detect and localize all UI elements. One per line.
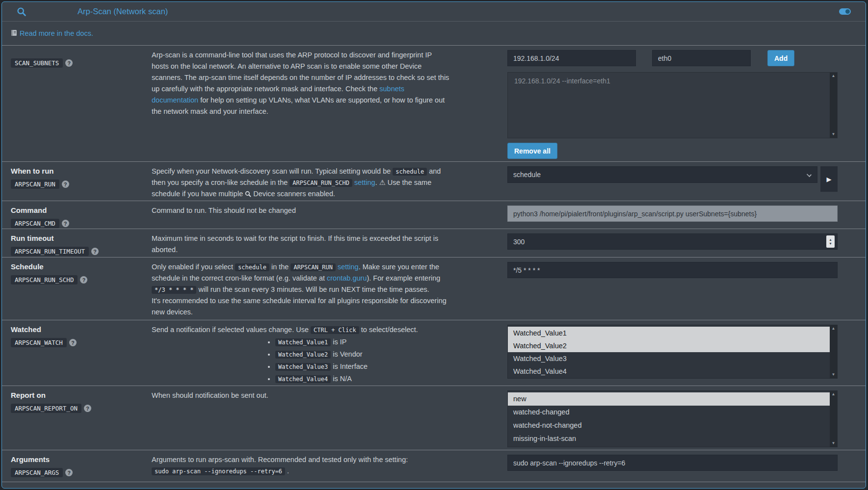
report-on-multiselect[interactable]: new watched-changed watched-not-changed … [507, 390, 838, 447]
when-to-run-select-value: schedule [513, 171, 541, 179]
command-input[interactable] [507, 206, 838, 222]
desc-text: When should notification be sent out. [152, 391, 268, 399]
watched-value4-code-chip: Watched_Value4 [275, 375, 331, 383]
run-timeout-controls: ▴ ▾ [507, 233, 866, 257]
list-item: Watched_Value3 is Interface [275, 361, 449, 372]
subnet-input[interactable] [507, 50, 636, 66]
watched-value2-code-chip: Watched_Value2 [275, 351, 331, 359]
number-spinner[interactable]: ▴ ▾ [826, 235, 835, 248]
report-on-option[interactable]: missing-in-last-scan [508, 432, 830, 445]
watched-option[interactable]: Watched_Value3 [508, 352, 830, 365]
when-to-run-label-col: When to run ARPSCAN_RUN ? [11, 166, 152, 201]
desc-text: is IP [331, 338, 346, 346]
scroll-down-icon[interactable]: ▼ [832, 372, 836, 377]
magnifier-inline-icon [245, 189, 251, 201]
watched-option[interactable]: Watched_Value2 [508, 339, 830, 352]
play-icon: ▶ [827, 176, 832, 183]
crontab-guru-link[interactable]: crontab.guru [327, 274, 367, 282]
spinner-down-icon[interactable]: ▾ [829, 242, 831, 246]
report-on-description: When should notification be sent out. [152, 390, 507, 450]
command-title: Command [11, 206, 152, 214]
scroll-up-icon[interactable]: ▲ [832, 74, 836, 78]
run-now-button[interactable]: ▶ [820, 166, 838, 192]
desc-text: Only enabled if you select [152, 263, 235, 271]
arguments-label-col: Arguments ARPSCAN_ARGS ? [11, 454, 152, 482]
desc-text: Maximum time in seconds to wait for the … [152, 234, 438, 254]
scan-subnets-help-icon[interactable]: ? [65, 59, 73, 67]
cron-example-code-chip: */3 * * * * [152, 286, 196, 294]
scroll-down-icon[interactable]: ▼ [832, 441, 836, 446]
arp-scan-settings-panel: Arp-Scan (Network scan) Read more in the… [1, 1, 866, 489]
watched-value1-code-chip: Watched_Value1 [275, 338, 331, 346]
subnet-list-item[interactable]: 192.168.1.0/24 --interface=eth1 [508, 73, 837, 85]
setting-row-run-timeout: Run timeout ARPSCAN_RUN_TIMEOUT ? Maximu… [2, 229, 866, 257]
scroll-down-icon[interactable]: ▼ [832, 132, 836, 137]
command-label-col: Command ARPSCAN_CMD ? [11, 205, 152, 229]
arguments-controls [507, 454, 866, 482]
arpscan-run-code-badge: ARPSCAN_RUN [11, 180, 59, 189]
watched-multiselect[interactable]: Watched_Value1 Watched_Value2 Watched_Va… [507, 325, 838, 379]
setting-link[interactable]: setting [338, 263, 359, 271]
arguments-description: Arguments to run arps-scan with. Recomme… [152, 454, 507, 482]
when-to-run-select[interactable]: schedule [507, 166, 817, 183]
schedule-label-col: Schedule ARPSCAN_RUN_SCHD ? [11, 261, 152, 320]
scroll-up-icon[interactable]: ▲ [832, 392, 836, 397]
schedule-controls [507, 261, 866, 320]
arguments-input[interactable] [507, 455, 838, 471]
report-on-option[interactable]: new [508, 392, 830, 406]
schedule-description: Only enabled if you select schedule in t… [152, 261, 507, 320]
schedule-code-chip: schedule [393, 168, 427, 176]
scroll-up-icon[interactable]: ▲ [832, 326, 836, 331]
interface-input[interactable] [652, 50, 751, 66]
arpscan-report-on-help-icon[interactable]: ? [84, 405, 91, 412]
setting-row-scan-subnets: SCAN_SUBNETS ? Arp-scan is a command-lin… [2, 45, 866, 161]
toggle-knob [845, 9, 850, 14]
report-on-option[interactable]: watched-changed [508, 406, 830, 419]
run-timeout-input[interactable] [507, 233, 838, 250]
schedule-input[interactable] [507, 262, 838, 278]
desc-text: Specify when your Network-discovery scan… [152, 167, 393, 175]
arpscan-cmd-help-icon[interactable]: ? [62, 220, 69, 227]
when-to-run-description: Specify when your Network-discovery scan… [152, 166, 507, 201]
desc-text: . [375, 179, 379, 186]
docs-link[interactable]: Read more in the docs. [11, 29, 93, 38]
desc-text: ). For example entering [367, 274, 440, 282]
arpscan-args-help-icon[interactable]: ? [65, 469, 73, 476]
arpscan-watch-help-icon[interactable]: ? [69, 339, 77, 346]
desc-text: will run the scan every 3 minutes. Will … [196, 285, 429, 293]
panel-header: Arp-Scan (Network scan) [2, 2, 866, 22]
report-on-option[interactable]: watched-not-changed [508, 419, 830, 432]
setting-link[interactable]: setting [354, 179, 375, 186]
arpscan-run-code-chip: ARPSCAN_RUN [290, 263, 335, 271]
remove-all-button[interactable]: Remove all [507, 143, 557, 159]
watched-option[interactable]: Watched_Value1 [508, 327, 830, 339]
scan-subnets-description: Arp-scan is a command-line tool that use… [152, 50, 507, 161]
schedule-title: Schedule [11, 262, 152, 271]
desc-text: Arguments to run arps-scan with. Recomme… [152, 456, 408, 464]
watched-option[interactable]: Watched_Value4 [508, 365, 830, 378]
arpscan-args-code-badge: ARPSCAN_ARGS [11, 468, 63, 477]
report-on-controls: new watched-changed watched-not-changed … [507, 390, 866, 450]
watched-multiselect-scrollbar[interactable]: ▲ ▼ [830, 325, 837, 378]
schedule-description-line2: It's recommended to use the same schedul… [152, 295, 449, 318]
add-button[interactable]: Add [767, 50, 794, 66]
search-icon[interactable] [17, 7, 26, 17]
desc-text: is Vendor [331, 350, 363, 358]
arpscan-run-help-icon[interactable]: ? [62, 181, 69, 188]
arpscan-run-schd-help-icon[interactable]: ? [80, 276, 87, 284]
arpscan-run-timeout-code-badge: ARPSCAN_RUN_TIMEOUT [11, 247, 89, 256]
report-on-title: Report on [11, 391, 152, 399]
setting-row-command: Command ARPSCAN_CMD ? Command to run. Th… [2, 201, 866, 229]
subnets-listbox-scrollbar[interactable]: ▲ ▼ [830, 73, 837, 138]
scan-subnets-controls: Add 192.168.1.0/24 --interface=eth1 ▲ ▼ … [507, 50, 866, 161]
plugin-enabled-toggle[interactable] [839, 8, 851, 15]
watched-values-list: Watched_Value1 is IP Watched_Value2 is V… [275, 336, 449, 385]
arpscan-run-schd-code-chip: ARPSCAN_RUN_SCHD [289, 179, 352, 187]
subnets-listbox[interactable]: 192.168.1.0/24 --interface=eth1 ▲ ▼ [507, 72, 838, 138]
report-on-multiselect-scrollbar[interactable]: ▲ ▼ [830, 391, 837, 447]
desc-text: Device scanners enabled. [251, 190, 335, 198]
docs-link-label: Read more in the docs. [20, 29, 93, 37]
watched-description: Send a notification if selected values c… [152, 324, 507, 386]
desc-text: in the [269, 263, 291, 271]
arpscan-run-timeout-help-icon[interactable]: ? [91, 248, 99, 255]
